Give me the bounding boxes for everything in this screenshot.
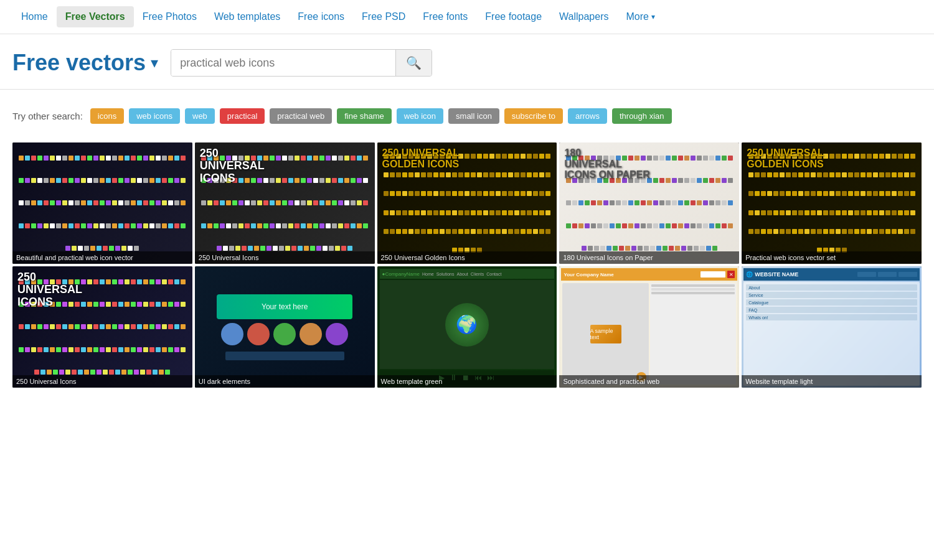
nav-free-icons[interactable]: Free icons bbox=[289, 6, 353, 27]
nav-more-button[interactable]: More ▾ bbox=[617, 6, 663, 27]
grid-item[interactable]: 250 UNIVERSAL ICONS250 Universal Icons bbox=[195, 142, 375, 264]
grid-item[interactable]: Your text here UI dark elements bbox=[195, 266, 375, 388]
search-suggestions: Try other search: iconsweb iconswebpract… bbox=[0, 90, 934, 136]
more-dropdown-arrow: ▾ bbox=[651, 12, 655, 21]
item-caption: 250 Universal Icons bbox=[12, 375, 192, 388]
nav-free-photos[interactable]: Free Photos bbox=[134, 6, 205, 27]
nav-free-fonts[interactable]: Free fonts bbox=[414, 6, 476, 27]
grid-item[interactable]: 250 UNIVERSAL GOLDEN ICONSPractical web … bbox=[742, 142, 922, 264]
nav-home[interactable]: Home bbox=[12, 6, 57, 27]
suggestion-tag[interactable]: practical web bbox=[270, 108, 332, 124]
grid-item[interactable]: 180 UNIVERSAL ICONS ON PAPER180 Universa… bbox=[559, 142, 739, 264]
suggestion-tag[interactable]: web icon bbox=[397, 108, 443, 124]
search-input[interactable]: practical web icons bbox=[171, 50, 395, 76]
grid-item[interactable]: Your Company Name ✕ A sample text ▶ bbox=[559, 266, 739, 388]
suggestion-tag[interactable]: web bbox=[185, 108, 215, 124]
nav-wallpapers[interactable]: Wallpapers bbox=[550, 6, 617, 27]
grid-item[interactable]: 🌐 WEBSITE NAME AboutServiceCatalogueFAQW… bbox=[742, 266, 922, 388]
page-title: Free vectors bbox=[12, 50, 146, 76]
grid-item[interactable]: Beautiful and practical web icon vector bbox=[12, 142, 192, 264]
item-caption: 250 Universal Icons bbox=[195, 251, 375, 264]
search-button[interactable]: 🔍 bbox=[395, 50, 432, 76]
item-caption: 250 Universal Golden Icons bbox=[377, 251, 557, 264]
suggestions-label: Try other search: bbox=[12, 111, 83, 121]
page-header: Free vectors ▾ practical web icons 🔍 bbox=[0, 34, 934, 90]
suggestion-tag[interactable]: through xian bbox=[612, 108, 672, 124]
page-title-group: Free vectors ▾ bbox=[12, 50, 158, 76]
nav-free-vectors[interactable]: Free Vectors bbox=[57, 6, 134, 27]
results-grid: Beautiful and practical web icon vector2… bbox=[0, 136, 934, 394]
grid-item[interactable]: ●CompanyName HomeSolutionsAboutClientsCo… bbox=[377, 266, 557, 388]
item-caption: Practical web icons vector set bbox=[742, 251, 922, 264]
suggestion-tag[interactable]: arrows bbox=[568, 108, 607, 124]
suggestion-tag[interactable]: icons bbox=[90, 108, 124, 124]
tag-list: iconsweb iconswebpracticalpractical webf… bbox=[90, 108, 672, 124]
search-box: practical web icons 🔍 bbox=[171, 49, 432, 77]
grid-item[interactable]: 250 UNIVERSAL ICONS250 Universal Icons bbox=[12, 266, 192, 388]
item-caption: Web template green bbox=[377, 375, 557, 388]
grid-item[interactable]: 250 UNIVERSAL GOLDEN ICONS250 Universal … bbox=[377, 142, 557, 264]
nav-free-psd[interactable]: Free PSD bbox=[353, 6, 414, 27]
suggestion-tag[interactable]: small icon bbox=[448, 108, 499, 124]
item-caption: Website template light bbox=[742, 375, 922, 388]
nav-web-templates[interactable]: Web templates bbox=[205, 6, 289, 27]
item-caption: UI dark elements bbox=[195, 375, 375, 388]
nav-free-footage[interactable]: Free footage bbox=[476, 6, 550, 27]
suggestion-tag[interactable]: fine shame bbox=[337, 108, 392, 124]
suggestion-tag[interactable]: practical bbox=[220, 108, 265, 124]
item-caption: Beautiful and practical web icon vector bbox=[12, 251, 192, 264]
item-caption: 180 Universal Icons on Paper bbox=[559, 251, 739, 264]
item-caption: Sophisticated and practical web bbox=[559, 375, 739, 388]
suggestion-tag[interactable]: subscribe to bbox=[504, 108, 563, 124]
suggestion-tag[interactable]: web icons bbox=[129, 108, 180, 124]
title-dropdown-arrow[interactable]: ▾ bbox=[151, 54, 158, 72]
top-navigation: Home Free Vectors Free Photos Web templa… bbox=[0, 0, 934, 34]
